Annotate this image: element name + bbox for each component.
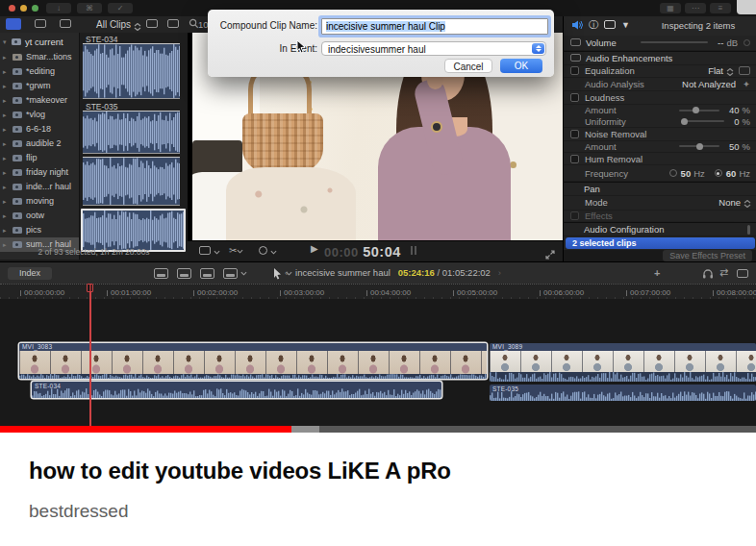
back-arrow[interactable]: ‹ <box>285 267 288 278</box>
disclosure-triangle[interactable]: ▸ <box>3 136 7 151</box>
ok-button[interactable]: OK <box>500 59 542 73</box>
sidebar-item[interactable]: ▸*makeover <box>0 93 79 108</box>
disclosure-triangle[interactable]: ▸ <box>3 79 7 93</box>
play-icon[interactable]: ▶ <box>311 243 318 254</box>
solo-headphones-icon[interactable] <box>702 268 714 279</box>
sidebar-item[interactable]: ▸audible 2 <box>0 136 79 151</box>
freq-50hz-radio[interactable] <box>669 169 677 177</box>
save-effects-preset-button[interactable]: Save Effects Preset <box>663 250 752 261</box>
equalization-select[interactable]: Flat <box>708 65 723 76</box>
tools-menu-icon[interactable]: ✂ <box>229 245 243 256</box>
browser-layout-button[interactable]: ▦ <box>660 3 681 13</box>
index-button[interactable]: Index <box>8 267 52 280</box>
loudness-checkbox[interactable] <box>570 93 579 102</box>
titles-browser-icon[interactable] <box>60 19 71 28</box>
magic-wand-icon[interactable]: ✦ <box>743 79 750 89</box>
clip-filter-dropdown[interactable]: All Clips <box>96 19 140 30</box>
media-library-icon[interactable] <box>6 18 21 30</box>
uniformity-slider[interactable] <box>684 120 724 122</box>
connect-edit-icon[interactable] <box>154 268 168 279</box>
disclosure-triangle[interactable]: ▸ <box>3 50 7 64</box>
forward-arrow[interactable]: › <box>498 267 501 278</box>
sidebar-item[interactable]: ▸ootw <box>0 209 79 223</box>
audio-inspector-icon[interactable] <box>571 20 583 33</box>
inspector-toggle-button[interactable]: ≡ <box>710 3 731 13</box>
timeline-audio-clip[interactable]: STE-034 <box>32 382 441 398</box>
sidebar-item[interactable]: ▸friday night <box>0 165 79 180</box>
close-window-button[interactable] <box>9 5 15 12</box>
minimize-window-button[interactable] <box>20 5 27 12</box>
channel-name[interactable]: bestdressed <box>29 501 129 522</box>
disclosure-triangle[interactable]: ▸ <box>3 223 7 237</box>
cancel-button[interactable]: Cancel <box>444 59 492 73</box>
amount-slider[interactable] <box>679 110 719 112</box>
disclosure-triangle[interactable]: ▸ <box>3 209 7 223</box>
retime-menu-icon[interactable] <box>259 246 277 258</box>
hum-removal-checkbox[interactable] <box>570 155 579 163</box>
keyword-editor-button[interactable]: ⌘ <box>77 3 102 13</box>
share-inspector-icon[interactable]: ▼ <box>621 20 630 31</box>
disclosure-triangle[interactable]: ▸ <box>3 122 7 136</box>
disclosure-triangle[interactable]: ▸ <box>3 93 7 108</box>
timeline-body[interactable]: MVI_3083 MVI_3089 STE-034 STE-035 <box>0 299 756 426</box>
effects-checkbox[interactable] <box>570 211 579 220</box>
scrollbar-thumb[interactable] <box>747 225 750 235</box>
sidebar-item[interactable]: ▸moving <box>0 194 79 209</box>
audio-clip-thumbnail[interactable] <box>83 157 180 206</box>
playhead[interactable] <box>89 284 91 426</box>
video-inspector-icon[interactable] <box>604 20 616 32</box>
timeline-video-clip[interactable]: MVI_3089 <box>490 343 756 382</box>
sidebar-item[interactable]: ▸pics <box>0 223 79 237</box>
extensions-button[interactable]: ⋯ <box>685 3 706 13</box>
list-view-icon[interactable] <box>167 19 179 28</box>
timeline-ruler[interactable]: 00:00:00:0000:01:00:0000:02:00:0000:03:0… <box>0 284 756 300</box>
sidebar-item[interactable]: ▸*vlog <box>0 108 79 122</box>
playhead-top[interactable] <box>87 284 93 292</box>
zoom-window-button[interactable] <box>32 5 38 12</box>
disclosure-triangle[interactable]: ▸ <box>3 165 7 180</box>
disclosure-triangle[interactable]: ▸ <box>3 151 7 165</box>
background-tasks-button[interactable]: ✓ <box>108 3 133 13</box>
overwrite-edit-icon[interactable] <box>223 268 238 279</box>
disclosure-triangle[interactable]: ▸ <box>3 108 7 122</box>
disclosure-triangle[interactable]: ▸ <box>3 180 7 194</box>
disclosure-triangle[interactable]: ▸ <box>3 194 7 209</box>
sidebar-item[interactable]: ▸*editing <box>0 64 79 79</box>
append-edit-icon[interactable] <box>200 268 214 279</box>
sidebar-item[interactable]: ▸Smar...tions <box>0 50 79 64</box>
noise-removal-checkbox[interactable] <box>570 130 579 138</box>
reset-icon[interactable] <box>743 39 750 46</box>
disclosure-triangle[interactable]: ▸ <box>3 64 7 79</box>
noise-amount-slider[interactable] <box>679 145 719 147</box>
freq-60hz-radio[interactable] <box>715 169 722 177</box>
in-event-select[interactable]: indecisivesummer haul <box>321 41 546 56</box>
sidebar-item[interactable]: ▸*grwm <box>0 79 79 93</box>
eq-editor-icon[interactable] <box>739 66 750 75</box>
info-inspector-icon[interactable]: ⓘ <box>589 19 598 30</box>
import-media-button[interactable]: ↓ <box>46 3 71 13</box>
clip-appearance-icon[interactable] <box>199 246 211 255</box>
sidebar-item[interactable]: ▸flip <box>0 151 79 165</box>
sidebar-item[interactable]: ▸inde...r haul <box>0 180 79 194</box>
video-progress-bar[interactable] <box>0 426 756 433</box>
audio-clip-thumbnail-selected[interactable] <box>81 209 186 252</box>
volume-slider[interactable] <box>641 41 708 43</box>
insert-edit-icon[interactable] <box>177 268 191 279</box>
disclosure-triangle[interactable]: ▾ <box>3 35 7 49</box>
selected-clips-row[interactable]: 2 selected clips <box>566 237 755 249</box>
audio-clip-thumbnail[interactable] <box>83 43 180 99</box>
audio-clip-thumbnail[interactable] <box>83 111 180 154</box>
timeline-audio-clip[interactable]: STE-035 <box>490 385 756 401</box>
trim-tool-icon[interactable]: + <box>654 267 660 279</box>
equalization-checkbox[interactable] <box>570 66 579 75</box>
breadcrumb-project-name[interactable]: incecisive summer haul <box>295 267 391 278</box>
skimming-icon[interactable]: ⇄ <box>719 266 728 279</box>
library-header[interactable]: ▾ yt current <box>0 35 79 49</box>
compound-clip-name-input[interactable]: incecisive summer haul Clip <box>321 18 548 35</box>
select-tool-icon[interactable] <box>273 268 282 280</box>
snapping-icon[interactable] <box>737 269 748 278</box>
filmstrip-view-icon[interactable] <box>146 19 158 28</box>
photos-browser-icon[interactable] <box>35 19 46 28</box>
sidebar-item[interactable]: ▸6-6-18 <box>0 122 79 136</box>
pan-mode-select[interactable]: None <box>718 197 741 208</box>
